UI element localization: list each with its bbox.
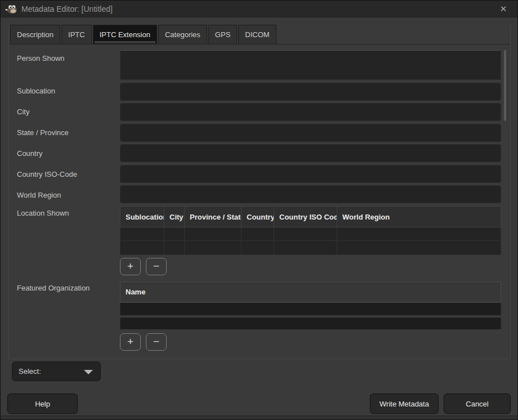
state-province-input[interactable] [120,124,501,142]
table-row[interactable] [120,241,501,254]
location-shown-table-header: Sublocation City Province / State Countr… [120,206,501,227]
add-icon: + [127,260,133,272]
vertical-scrollbar[interactable] [504,50,506,121]
sublocation-input[interactable] [120,83,501,101]
remove-icon: − [153,336,159,347]
col-world-region[interactable]: World Region [337,207,501,227]
close-icon[interactable]: ✕ [495,1,512,17]
write-metadata-button[interactable]: Write Metadata [370,394,439,414]
remove-icon: − [153,260,159,272]
featured-organization-table-header[interactable]: Name [120,282,501,302]
col-province-state[interactable]: Province / State [185,207,242,227]
chevron-down-icon [84,370,93,374]
person-shown-label: Person Shown [17,54,65,62]
location-shown-label: Location Shown [17,209,69,217]
city-label: City [17,108,29,116]
col-city[interactable]: City [164,207,185,227]
city-input[interactable] [120,103,501,121]
table-row[interactable] [120,303,501,315]
cancel-button[interactable]: Cancel [444,394,511,414]
metadata-editor-dialog: Metadata Editor: [Untitled] ✕ Descriptio… [0,0,518,420]
add-icon: + [127,336,133,347]
country-iso-code-label: Country ISO-Code [17,170,77,178]
location-shown-table-body [120,227,501,255]
sublocation-label: Sublocation [17,87,55,95]
tab-iptc[interactable]: IPTC [61,25,92,44]
state-province-label: State / Province [17,128,69,137]
col-sublocation[interactable]: Sublocation [120,207,164,227]
tab-iptc-extension[interactable]: IPTC Extension [93,25,157,44]
tab-gps[interactable]: GPS [208,25,237,44]
gimp-wilber-icon [5,4,17,14]
select-dropdown-label: Select: [19,367,41,376]
country-iso-code-input[interactable] [120,165,501,183]
col-name: Name [126,288,145,296]
tab-description[interactable]: Description [10,25,60,44]
person-shown-input[interactable] [120,50,501,80]
country-label: Country [17,149,43,158]
world-region-input[interactable] [120,185,501,203]
titlebar[interactable]: Metadata Editor: [Untitled] ✕ [1,1,517,17]
tab-dicom[interactable]: DICOM [238,25,276,44]
world-region-label: World Region [17,191,61,199]
select-dropdown[interactable]: Select: [12,361,101,381]
window-title: Metadata Editor: [Untitled] [21,5,113,14]
col-country[interactable]: Country [242,207,274,227]
location-add-button[interactable]: + [120,258,141,275]
tab-categories[interactable]: Categories [158,25,207,44]
organization-remove-button[interactable]: − [146,333,167,351]
help-button[interactable]: Help [7,394,78,414]
tabstrip: Description IPTC IPTC Extension Categori… [9,25,510,44]
window-resize-edge[interactable] [1,415,517,419]
organization-add-button[interactable]: + [120,333,141,351]
table-row[interactable] [120,318,501,329]
location-remove-button[interactable]: − [146,258,167,275]
featured-organization-label: Featured Organization [17,284,90,292]
col-country-iso-code[interactable]: Country ISO Code [274,207,337,227]
location-shown-table: Sublocation City Province / State Countr… [120,206,501,255]
country-input[interactable] [120,144,501,162]
table-row[interactable] [120,227,501,241]
